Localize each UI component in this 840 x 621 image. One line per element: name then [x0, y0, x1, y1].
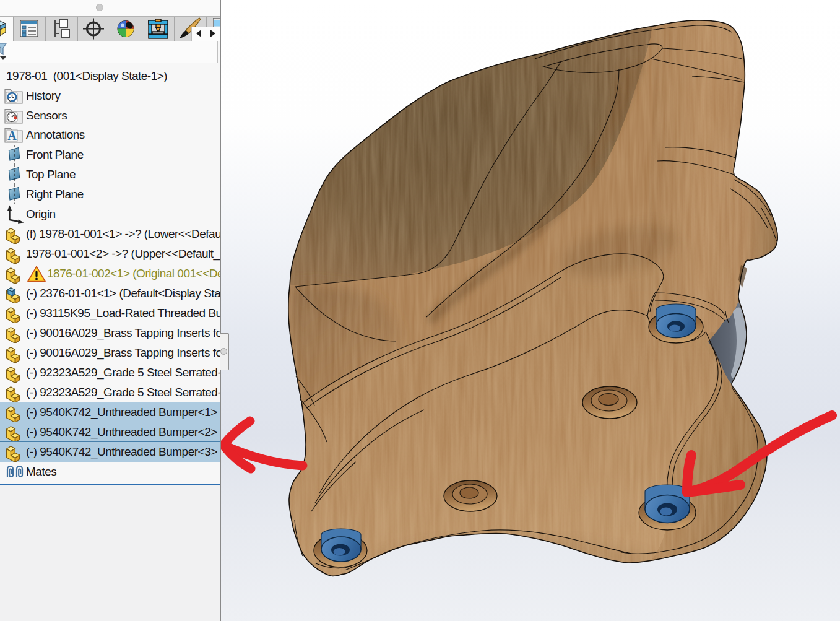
svg-text:A: A: [7, 129, 17, 142]
